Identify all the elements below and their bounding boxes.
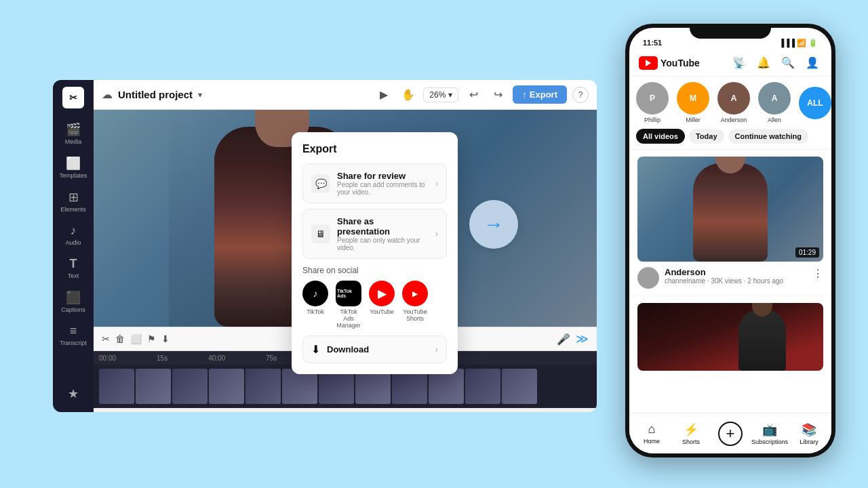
allen-name: Allen [768,117,781,123]
phillip-avatar: P [636,82,669,115]
share-review-option[interactable]: 💬 Share for review People can add commen… [302,163,447,203]
media-icon: 🎬 [66,122,81,137]
account-icon[interactable]: 👤 [803,55,822,70]
sidebar-item-audio[interactable]: ♪ Audio [56,220,91,250]
editor-header: ☁ Untitled project ▾ ▶ ✋ 26% ▾ ↩ ↪ ↑ Exp… [94,80,597,110]
export-label: Export [530,89,557,100]
templates-icon: ⬜ [66,156,81,171]
share-review-chevron: › [435,179,438,188]
audio-icon: ♪ [71,224,77,238]
youtube-logo[interactable]: YouTube [639,56,700,70]
cut-icon[interactable]: ✂ [102,333,110,344]
sidebar-transcript-label: Transcript [60,340,87,346]
timeline-frame-2 [172,369,208,404]
tab-today[interactable]: Today [689,129,724,144]
channel-avatar[interactable] [637,267,659,289]
zoom-control[interactable]: 26% ▾ [423,87,458,102]
export-button[interactable]: ↑ Export [513,85,567,104]
video-channel-name: Anderson [665,267,807,277]
shorts-label: Shorts [682,439,700,445]
share-review-icon: 💬 [311,174,330,193]
phone-screen: 11:51 ▐▐▐ 📶 🔋 YouTube 📡 🔔 🔍 👤 P Phillip [629,28,831,453]
sidebar-item-elements[interactable]: ⊞ Elements [56,186,91,217]
share-review-text: Share for review People can add comments… [337,171,429,196]
allen-avatar: A [758,82,791,115]
tab-all-videos[interactable]: All videos [636,129,685,144]
nav-library[interactable]: 📚 Library [789,422,829,445]
wifi-icon: 📶 [797,39,806,47]
delete-icon[interactable]: 🗑 [115,333,125,344]
tiktok-label: TikTok [307,308,324,315]
cast-icon[interactable]: 📡 [730,55,749,70]
redo-button[interactable]: ↪ [488,85,507,104]
ruler-75: 75s [266,354,277,362]
battery-icon: 🔋 [808,39,818,47]
tab-continue-watching[interactable]: Continue watching [728,129,808,144]
timeline-frame-3 [209,369,244,404]
video-card-1[interactable]: 01:29 Anderson channelname · 30K views ·… [629,150,831,296]
share-review-desc: People can add comments to your video. [337,181,429,196]
youtube-label: YouTube [370,308,393,315]
timeline-extra-icon[interactable]: ≫ [576,331,589,346]
timeline-frame-4 [245,369,281,404]
video-sub-info: channelname · 30K views · 2 hours ago [665,277,807,285]
video-card-2[interactable] [629,296,831,378]
timeline-frame-1 [136,369,171,404]
story-anderson[interactable]: A Anderson [717,82,750,123]
all-label: ALL [807,98,823,108]
ruler-0: 00:00 [99,354,116,362]
yt-shorts-label: YouTube Shorts [401,308,429,322]
share-presentation-option[interactable]: 🖥 Share as presentation People can only … [302,209,447,259]
nav-shorts[interactable]: ⚡ Shorts [671,422,711,445]
notification-icon[interactable]: 🔔 [754,55,773,70]
tiktok-ads-share[interactable]: TikTok Ads TikTok Ads Manager [335,281,362,329]
story-allen[interactable]: A Allen [758,82,791,123]
sidebar-media-label: Media [65,138,82,145]
create-icon: + [718,422,743,446]
video-thumbnail-1: 01:29 [637,157,823,262]
help-button[interactable]: ? [572,87,589,103]
nav-create[interactable]: + [711,422,750,446]
sidebar-item-transcript[interactable]: ≡ Transcript [56,320,91,350]
mic-icon[interactable]: 🎤 [557,333,570,346]
video-info: Anderson channelname · 30K views · 2 hou… [665,267,807,285]
yt-shorts-share[interactable]: ▶ YouTube Shorts [401,281,429,329]
crop-icon[interactable]: ⬜ [130,333,142,344]
thumb-person [693,163,768,262]
cloud-save-icon[interactable]: ☁ [102,88,113,101]
sidebar-item-captions[interactable]: ⬛ Captions [56,286,91,317]
undo-button[interactable]: ↩ [464,85,483,104]
tiktok-icon: ♪ [302,281,328,306]
project-name[interactable]: Untitled project [118,89,193,100]
sidebar-item-templates[interactable]: ⬜ Templates [56,152,91,183]
tiktok-share[interactable]: ♪ TikTok [302,281,328,329]
story-all[interactable]: ALL [799,87,831,119]
share-presentation-text: Share as presentation People can only wa… [337,216,429,251]
export-popup-title: Export [302,143,447,155]
shorts-icon: ⚡ [684,422,698,437]
arrow-right-icon: → [484,213,504,236]
library-icon: 📚 [802,422,816,437]
sidebar-item-star[interactable]: ★ [56,382,91,405]
project-dropdown-icon[interactable]: ▾ [198,90,202,100]
youtube-logo-text: YouTube [660,58,700,68]
hand-tool[interactable]: ✋ [399,85,418,104]
sidebar-item-media[interactable]: 🎬 Media [56,118,91,149]
story-miller[interactable]: M Miller [677,82,709,123]
video-more-icon[interactable]: ⋮ [812,267,823,280]
phone-device: 11:51 ▐▐▐ 📶 🔋 YouTube 📡 🔔 🔍 👤 P Phillip [625,24,835,458]
flag-icon[interactable]: ⚑ [147,333,156,344]
select-tool[interactable]: ▶ [374,85,393,104]
download-timeline-icon[interactable]: ⬇ [161,333,170,344]
sidebar-item-text[interactable]: T Text [56,253,91,283]
thumb-person-head [715,157,746,174]
share-review-title: Share for review [337,171,429,181]
nav-subscriptions[interactable]: 📺 Subscriptions [750,422,789,445]
story-phillip[interactable]: P Phillip [636,82,669,123]
star-icon: ★ [68,386,79,401]
nav-home[interactable]: ⌂ Home [632,422,671,445]
youtube-share[interactable]: ▶ YouTube [369,281,395,329]
search-icon[interactable]: 🔍 [778,55,797,70]
download-option[interactable]: ⬇ Download › [302,336,447,363]
thumb2-person-head [752,303,772,317]
